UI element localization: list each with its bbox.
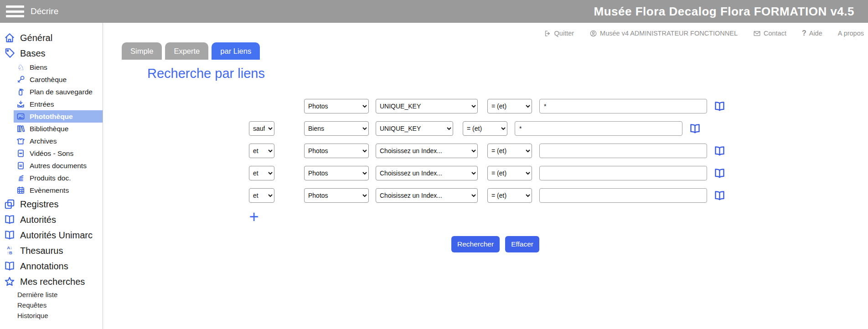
comparator-select[interactable]: = (et) <box>487 188 532 203</box>
search-value-input[interactable] <box>539 144 707 158</box>
sidebar-item-thesaurus[interactable]: A↓↑B Thesaurus <box>0 243 103 258</box>
sidebar-item-entrees[interactable]: Entrées <box>14 98 103 110</box>
operator-cell: et <box>249 144 274 158</box>
operator-spacer <box>249 99 274 113</box>
question-icon: ? <box>802 29 806 37</box>
sidebar-item-biens[interactable]: ♘ Biens <box>14 61 103 73</box>
operator-cell: et <box>249 166 274 180</box>
operator-select[interactable]: et <box>249 166 274 180</box>
sidebar-item-evenements[interactable]: Evènements <box>14 184 103 196</box>
comparator-select[interactable]: = (et) <box>487 166 532 180</box>
open-book-icon[interactable] <box>713 167 726 180</box>
operator-select[interactable]: et <box>249 188 274 203</box>
contact-link[interactable]: Contact <box>753 30 786 37</box>
open-book-icon[interactable] <box>689 123 701 135</box>
base-select[interactable]: Photos <box>304 188 369 203</box>
image-icon <box>16 112 25 121</box>
search-rows: Photos UNIQUE_KEY = (et) sauf Biens UNIQ… <box>103 99 868 203</box>
index-select[interactable]: UNIQUE_KEY <box>376 121 453 136</box>
sidebar-item-autorites[interactable]: Autorités <box>0 212 103 227</box>
session-toolbar: Quitter Musée v4 ADMINISTRATEUR FONCTION… <box>103 23 868 40</box>
open-book-icon[interactable] <box>713 100 726 113</box>
operator-select[interactable]: et <box>249 144 274 158</box>
sidebar-item-general[interactable]: Général <box>0 30 103 46</box>
base-select[interactable]: Photos <box>304 99 369 113</box>
clear-button[interactable]: Effacer <box>505 236 539 252</box>
user-account[interactable]: Musée v4 ADMINISTRATEUR FONCTIONNEL <box>589 30 738 37</box>
sidebar-item-videos-sons[interactable]: Vidéos - Sons <box>14 147 103 159</box>
extinguisher-icon <box>16 87 25 96</box>
user-circle-icon <box>589 30 597 37</box>
search-row: sauf Biens UNIQUE_KEY = (et) <box>249 121 868 136</box>
search-value-input[interactable] <box>539 166 707 180</box>
sidebar-item-phototheque[interactable]: Photothèque <box>14 110 103 123</box>
sidebar-item-bases[interactable]: Bases <box>0 46 103 61</box>
tab-par-liens[interactable]: par Liens <box>212 42 260 60</box>
base-select[interactable]: Photos <box>304 144 369 158</box>
video-file-icon <box>16 149 25 158</box>
mail-icon <box>753 30 761 37</box>
sidebar-item-archives[interactable]: Archives <box>14 135 103 147</box>
add-row-button[interactable]: + <box>247 211 261 224</box>
comparator-select[interactable]: = (et) <box>487 99 532 113</box>
sidebar-item-produits-doc[interactable]: Produits doc. <box>14 172 103 184</box>
sidebar-item-autres-documents[interactable]: Autres documents <box>14 159 103 172</box>
quit-label: Quitter <box>554 30 574 37</box>
base-select[interactable]: Photos <box>304 166 369 180</box>
sidebar-item-label: Vidéos - Sons <box>30 149 73 158</box>
comparator-select[interactable]: = (et) <box>487 144 532 158</box>
open-book-icon[interactable] <box>713 145 726 157</box>
sidebar-item-label: Annotations <box>20 261 68 272</box>
help-link[interactable]: ? Aide <box>802 29 822 37</box>
contact-label: Contact <box>764 30 786 37</box>
search-value-input[interactable] <box>539 99 707 113</box>
sidebar-item-requetes[interactable]: Requêtes <box>0 300 103 310</box>
sidebar-item-derniere-liste[interactable]: Dernière liste <box>0 289 103 300</box>
form-actions: Rechercher Effacer <box>451 236 868 252</box>
search-tabs: Simple Experte par Liens <box>122 42 868 60</box>
comparator-select[interactable]: = (et) <box>463 121 507 136</box>
index-select[interactable]: UNIQUE_KEY <box>376 99 478 113</box>
search-value-input[interactable] <box>515 121 682 136</box>
sidebar-item-autorites-unimarc[interactable]: Autorités Unimarc <box>0 227 103 243</box>
knight-icon: ♘ <box>16 63 25 72</box>
operator-cell: et <box>249 188 274 203</box>
sidebar-item-label: Bibliothèque <box>30 125 68 133</box>
books-icon <box>16 124 25 133</box>
search-button[interactable]: Rechercher <box>451 236 500 252</box>
base-select[interactable]: Biens <box>304 121 369 136</box>
open-book-icon[interactable] <box>713 190 726 202</box>
quit-link[interactable]: Quitter <box>544 30 574 37</box>
sidebar-item-label: Général <box>20 33 52 43</box>
sidebar-item-bibliotheque[interactable]: Bibliothèque <box>14 123 103 135</box>
operator-select[interactable]: sauf <box>249 121 274 136</box>
sidebar-item-label: Carothèque <box>30 76 67 84</box>
registers-icon <box>4 198 16 210</box>
search-row: et Photos Choisissez un Index... = (et) <box>249 144 868 158</box>
index-select[interactable]: Choisissez un Index... <box>376 188 478 203</box>
sidebar-item-label: Evènements <box>30 186 69 195</box>
home-icon <box>4 32 16 44</box>
sidebar-item-annotations[interactable]: Annotations <box>0 258 103 274</box>
search-value-input[interactable] <box>539 188 707 203</box>
tab-experte[interactable]: Experte <box>165 42 208 60</box>
index-select[interactable]: Choisissez un Index... <box>376 166 478 180</box>
sidebar-item-plan-de-sauvegarde[interactable]: Plan de sauvegarde <box>14 86 103 98</box>
corer-icon <box>16 75 25 84</box>
sidebar-item-registres[interactable]: Registres <box>0 196 103 212</box>
sidebar-item-label: Dernière liste <box>17 291 57 298</box>
calendar-icon <box>16 186 25 195</box>
hamburger-menu-icon[interactable] <box>6 5 24 17</box>
index-select[interactable]: Choisissez un Index... <box>376 144 478 158</box>
user-label: Musée v4 ADMINISTRATEUR FONCTIONNEL <box>600 30 738 37</box>
tab-simple[interactable]: Simple <box>122 42 162 60</box>
sidebar-item-carotheque[interactable]: Carothèque <box>14 73 103 86</box>
sidebar-item-mes-recherches[interactable]: Mes recherches <box>0 274 103 289</box>
main-content: Quitter Musée v4 ADMINISTRATEUR FONCTION… <box>103 23 868 329</box>
sidebar-item-historique[interactable]: Historique <box>0 310 103 321</box>
search-row: Photos UNIQUE_KEY = (et) <box>249 99 868 113</box>
about-link[interactable]: A propos <box>838 30 864 37</box>
star-icon <box>4 276 16 288</box>
sidebar-item-label: Autres documents <box>30 162 87 170</box>
sidebar-item-label: Plan de sauvegarde <box>30 88 93 96</box>
